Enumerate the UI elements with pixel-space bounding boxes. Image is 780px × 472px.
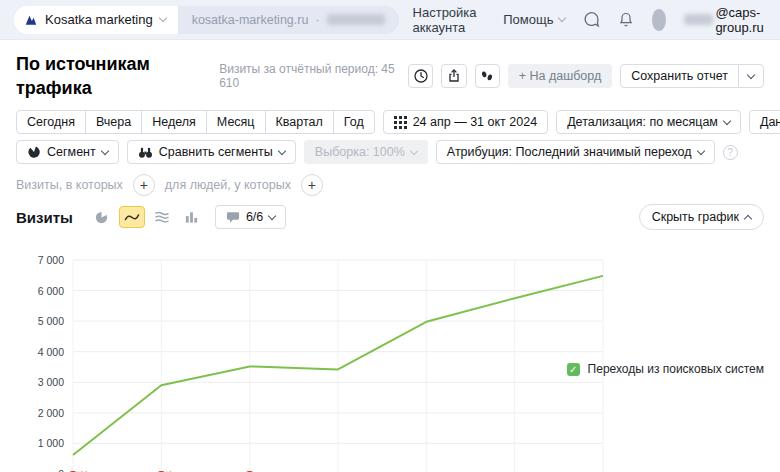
counter-domain-block[interactable]: kosatka-marketing.ru · [178, 6, 399, 34]
save-report-button[interactable]: Сохранить отчет [620, 64, 739, 88]
chart-type-pie-button[interactable] [89, 206, 115, 228]
filter-row: Визиты, в которых + для людей, у которых… [16, 174, 764, 196]
columns-chart-icon [184, 210, 199, 224]
hide-chart-label: Скрыть график [652, 210, 739, 224]
add-people-filter-button[interactable]: + [301, 174, 323, 196]
legend-checkbox[interactable]: ✓ [567, 363, 580, 376]
y-axis-tick: 5 000 [16, 315, 64, 327]
report-header: По источникам трафика Визиты за отчётный… [16, 52, 764, 100]
chevron-down-icon [696, 146, 704, 154]
counter-domain: kosatka-marketing.ru [192, 13, 309, 27]
chart-type-columns-button[interactable] [179, 206, 205, 228]
chat-icon [583, 11, 600, 28]
period-preset-button[interactable]: Сегодня [16, 110, 86, 134]
visits-chart-svg[interactable]: ннн [73, 258, 609, 472]
chat-button[interactable] [583, 11, 600, 28]
user-email[interactable]: @caps-group.ru [684, 5, 778, 35]
sampling-dropdown: Выборка: 100% [304, 140, 428, 164]
detalization-label: Детализация: по месяцам [567, 115, 718, 129]
binoculars-icon [138, 146, 153, 159]
chevron-down-icon [268, 211, 276, 219]
counter-name: Kosatka marketing [45, 12, 153, 27]
help-menu[interactable]: Помощь [503, 12, 565, 27]
chart-header: Визиты [16, 204, 764, 230]
comment-bubble-icon [226, 211, 240, 224]
chart-type-line-button[interactable] [119, 206, 145, 228]
avatar[interactable] [652, 9, 665, 31]
detalization-dropdown[interactable]: Детализация: по месяцам [556, 110, 741, 134]
chevron-down-icon [100, 146, 108, 154]
notifications-button[interactable] [618, 11, 634, 28]
period-presets: СегодняВчераНеделяМесяцКварталГод [16, 110, 375, 134]
save-report-split: Сохранить отчет [620, 64, 764, 88]
period-preset-button[interactable]: Вчера [85, 110, 142, 134]
y-axis-tick: 7 000 [16, 254, 64, 266]
add-visits-filter-button[interactable]: + [133, 174, 155, 196]
goals-dropdown[interactable]: 6/6 [215, 205, 286, 229]
visits-chart: 7 0006 0005 0004 0003 0002 0001 0000 ннн… [16, 232, 764, 472]
chevron-up-icon [744, 214, 752, 222]
y-axis-tick: 3 000 [16, 376, 64, 388]
segment-label: Сегмент [47, 145, 96, 159]
chevron-down-icon [158, 14, 166, 22]
chevron-down-icon [558, 14, 566, 22]
counter-switcher[interactable]: Kosatka marketing [14, 6, 178, 34]
date-range-label: 24 апр — 31 окт 2024 [413, 115, 537, 129]
period-preset-button[interactable]: Неделя [141, 110, 207, 134]
chevron-down-icon [278, 146, 286, 154]
email-username-blurred [684, 14, 714, 25]
question-icon[interactable]: ? [723, 145, 738, 160]
legend-item-search-engines[interactable]: ✓ Переходы из поисковых систем [567, 362, 764, 376]
calendar-grid-icon [394, 116, 407, 129]
line-chart-icon [124, 210, 140, 224]
topbar: Kosatka marketing kosatka-marketing.ru ·… [0, 0, 780, 40]
data-mode-dropdown[interactable]: Данные: с роботами [749, 110, 780, 134]
compare-segments-dropdown[interactable]: Сравнить сегменты [127, 140, 296, 164]
sampling-label: Выборка: 100% [315, 145, 405, 159]
period-preset-button[interactable]: Квартал [265, 110, 334, 134]
footprints-icon [479, 68, 495, 84]
chevron-down-icon [410, 146, 418, 154]
email-domain: @caps-group.ru [715, 5, 778, 35]
period-preset-button[interactable]: Год [333, 110, 375, 134]
chevron-down-icon [723, 116, 731, 124]
help-label: Помощь [503, 12, 553, 27]
pie-chart-icon [94, 210, 109, 225]
save-report-menu-button[interactable] [738, 64, 764, 88]
chart-type-area-button[interactable] [149, 206, 175, 228]
page-title: По источникам трафика [16, 52, 219, 100]
history-button[interactable] [408, 64, 433, 88]
segment-pie-icon [27, 145, 41, 159]
dot-separator: · [315, 13, 319, 27]
segment-dropdown[interactable]: Сегмент [16, 140, 119, 164]
attribution-label: Атрибуция: Последний значимый переход [447, 145, 692, 159]
topnav: Настройка аккаунта Помощь @caps-group.ru [413, 5, 779, 35]
clock-icon [413, 68, 429, 84]
y-axis-tick: 2 000 [16, 407, 64, 419]
people-filter-label: для людей, у которых [165, 178, 291, 192]
hide-chart-button[interactable]: Скрыть график [639, 204, 764, 230]
add-to-dashboard-button[interactable]: + На дашборд [508, 64, 613, 88]
visits-filter-label: Визиты, в которых [16, 178, 123, 192]
y-axis-tick: 0 [16, 468, 64, 472]
period-row: СегодняВчераНеделяМесяцКварталГод 24 апр… [16, 110, 764, 134]
counter-pill: Kosatka marketing kosatka-marketing.ru · [14, 6, 399, 34]
legend-label: Переходы из поисковых систем [588, 362, 764, 376]
date-range-button[interactable]: 24 апр — 31 окт 2024 [383, 110, 548, 134]
counter-id-blurred [327, 14, 385, 25]
compare-segments-label: Сравнить сегменты [159, 145, 273, 159]
data-mode-label: Данные: с роботами [760, 115, 780, 129]
export-button[interactable] [441, 64, 466, 88]
attribution-dropdown[interactable]: Атрибуция: Последний значимый переход [436, 140, 715, 164]
footprints-button[interactable] [475, 64, 500, 88]
period-preset-button[interactable]: Месяц [206, 110, 266, 134]
segment-row: Сегмент Сравнить сегменты Выборка: 100% … [16, 140, 764, 164]
stacked-area-icon [154, 210, 170, 224]
account-settings-link[interactable]: Настройка аккаунта [413, 5, 486, 35]
bell-icon [618, 11, 634, 28]
goals-count: 6/6 [246, 210, 263, 224]
chart-metric-label: Визиты [16, 209, 73, 226]
y-axis-tick: 1 000 [16, 437, 64, 449]
metrica-logo-icon [24, 13, 38, 27]
export-icon [446, 68, 462, 84]
